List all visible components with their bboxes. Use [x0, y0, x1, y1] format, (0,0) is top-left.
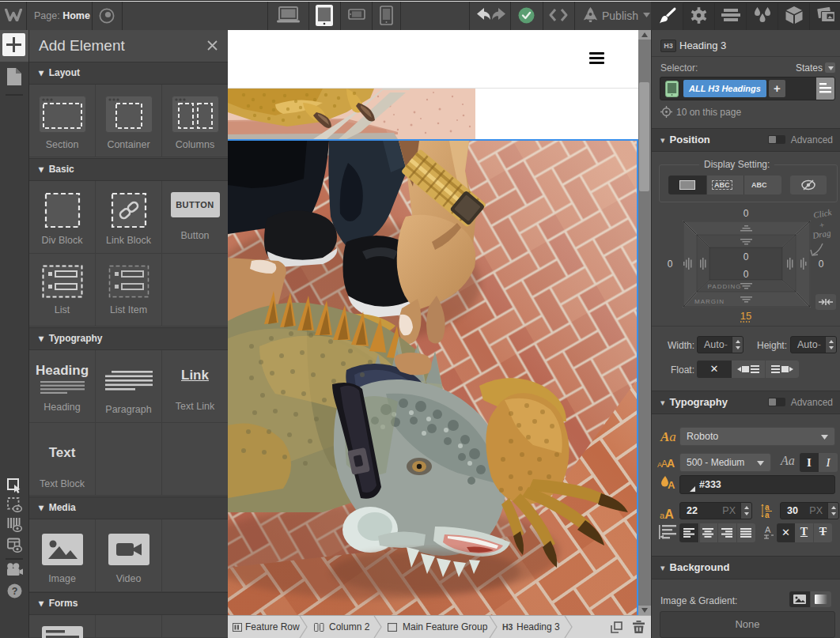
- svg-text:A: A: [765, 525, 771, 534]
- svg-text:Click: Click: [812, 207, 833, 220]
- svg-text:a: a: [765, 511, 770, 519]
- svg-text:MARGIN: MARGIN: [694, 298, 725, 305]
- svg-text:0: 0: [668, 259, 673, 270]
- svg-text:0: 0: [744, 251, 749, 262]
- svg-text:0: 0: [819, 259, 824, 270]
- svg-text:A: A: [668, 479, 675, 491]
- svg-text:?: ?: [12, 586, 18, 597]
- svg-text:Drag: Drag: [811, 228, 831, 240]
- svg-text:15: 15: [740, 310, 751, 322]
- svg-text:0: 0: [744, 208, 749, 219]
- svg-text:PADDING: PADDING: [708, 283, 742, 290]
- svg-text:0: 0: [744, 269, 749, 280]
